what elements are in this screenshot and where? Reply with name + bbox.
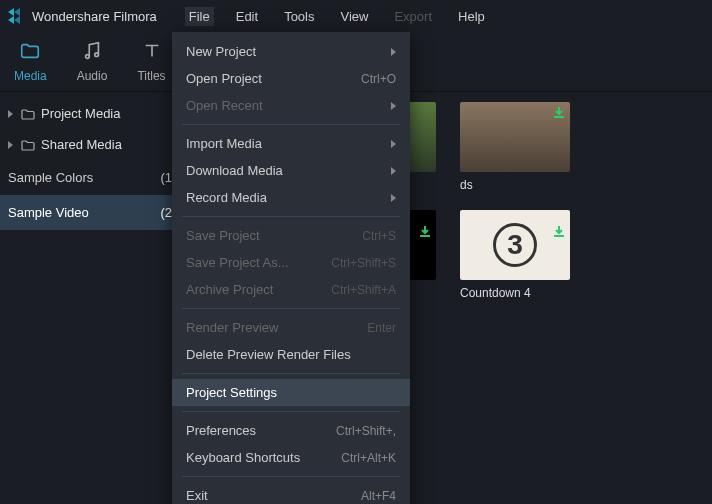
menu-shortcut: Enter [367, 321, 396, 335]
menu-item-label: Keyboard Shortcuts [186, 450, 300, 465]
chevron-right-icon [391, 48, 396, 56]
sidebar-item-label: Sample Video [8, 205, 89, 220]
menu-item-save-project: Save ProjectCtrl+S [172, 222, 410, 249]
menu-separator [182, 373, 400, 374]
menu-item-keyboard-shortcuts[interactable]: Keyboard ShortcutsCtrl+Alt+K [172, 444, 410, 471]
menu-shortcut: Ctrl+Shift+A [331, 283, 396, 297]
menu-view[interactable]: View [336, 7, 372, 26]
thumbnail[interactable]: 3Countdown 4 [460, 210, 570, 300]
audio-icon [81, 40, 103, 65]
download-icon [552, 214, 566, 228]
menu-item-exit[interactable]: ExitAlt+F4 [172, 482, 410, 504]
menu-item-label: Record Media [186, 190, 267, 205]
svg-point-0 [86, 55, 90, 59]
toolbar-titles[interactable]: Titles [131, 36, 171, 87]
chevron-right-icon [391, 194, 396, 202]
menu-shortcut: Ctrl+Shift+S [331, 256, 396, 270]
menu-item-label: Render Preview [186, 320, 279, 335]
sidebar-item[interactable]: Sample Video(2 [0, 195, 180, 230]
menu-shortcut: Ctrl+Alt+K [341, 451, 396, 465]
menu-item-import-media[interactable]: Import Media [172, 130, 410, 157]
menu-item-new-project[interactable]: New Project [172, 38, 410, 65]
chevron-right-icon [8, 110, 13, 118]
menu-item-label: Open Project [186, 71, 262, 86]
thumbnail-label: ds [460, 178, 570, 192]
folder-icon [21, 108, 35, 120]
menu-file[interactable]: File [185, 7, 214, 26]
menu-separator [182, 308, 400, 309]
menu-shortcut: Ctrl+Shift+, [336, 424, 396, 438]
sidebar-item[interactable]: Sample Colors(1 [0, 160, 180, 195]
app-title: Wondershare Filmora [32, 9, 157, 24]
menu-item-label: Save Project [186, 228, 260, 243]
menu-shortcut: Ctrl+S [362, 229, 396, 243]
menu-item-preferences[interactable]: PreferencesCtrl+Shift+, [172, 417, 410, 444]
menu-help[interactable]: Help [454, 7, 489, 26]
sidebar-item-count: (2 [160, 205, 172, 220]
file-menu-dropdown: New ProjectOpen ProjectCtrl+OOpen Recent… [172, 32, 410, 504]
menu-edit[interactable]: Edit [232, 7, 262, 26]
toolbar-audio[interactable]: Audio [71, 36, 114, 87]
chevron-right-icon [391, 167, 396, 175]
chevron-right-icon [8, 141, 13, 149]
toolbar-label: Titles [137, 69, 165, 83]
sidebar-group-label: Project Media [41, 106, 120, 121]
menu-item-label: Open Recent [186, 98, 263, 113]
menu-item-label: Import Media [186, 136, 262, 151]
menu-item-delete-preview-render-files[interactable]: Delete Preview Render Files [172, 341, 410, 368]
menu-tools[interactable]: Tools [280, 7, 318, 26]
thumbnail[interactable]: ds [460, 102, 570, 192]
menu-item-label: New Project [186, 44, 256, 59]
toolbar-media[interactable]: Media [8, 36, 53, 87]
menu-item-project-settings[interactable]: Project Settings [172, 379, 410, 406]
menu-item-label: Archive Project [186, 282, 273, 297]
svg-point-1 [95, 53, 99, 57]
menu-item-archive-project: Archive ProjectCtrl+Shift+A [172, 276, 410, 303]
menubar: FileEditToolsViewExportHelp [185, 7, 489, 26]
menu-separator [182, 476, 400, 477]
menu-shortcut: Ctrl+O [361, 72, 396, 86]
menu-export[interactable]: Export [390, 7, 436, 26]
menu-separator [182, 124, 400, 125]
sidebar-group[interactable]: Project Media [0, 98, 180, 129]
menu-item-render-preview: Render PreviewEnter [172, 314, 410, 341]
download-icon [418, 214, 432, 228]
toolbar-label: Media [14, 69, 47, 83]
sidebar-item-label: Sample Colors [8, 170, 93, 185]
menu-item-open-project[interactable]: Open ProjectCtrl+O [172, 65, 410, 92]
chevron-right-icon [391, 140, 396, 148]
toolbar-label: Audio [77, 69, 108, 83]
menu-item-save-project-as: Save Project As...Ctrl+Shift+S [172, 249, 410, 276]
menu-separator [182, 216, 400, 217]
menu-separator [182, 411, 400, 412]
menu-item-record-media[interactable]: Record Media [172, 184, 410, 211]
app-logo [8, 8, 24, 24]
sidebar-group-label: Shared Media [41, 137, 122, 152]
media-icon [19, 40, 41, 65]
menu-shortcut: Alt+F4 [361, 489, 396, 503]
chevron-right-icon [391, 102, 396, 110]
menu-item-label: Delete Preview Render Files [186, 347, 351, 362]
menu-item-label: Download Media [186, 163, 283, 178]
menu-item-label: Project Settings [186, 385, 277, 400]
thumbnail-label: Countdown 4 [460, 286, 570, 300]
download-icon [552, 106, 566, 120]
menu-item-download-media[interactable]: Download Media [172, 157, 410, 184]
menu-item-label: Exit [186, 488, 208, 503]
titles-icon [141, 40, 163, 65]
sidebar-group[interactable]: Shared Media [0, 129, 180, 160]
sidebar-item-count: (1 [160, 170, 172, 185]
menu-item-label: Preferences [186, 423, 256, 438]
folder-icon [21, 139, 35, 151]
menu-item-open-recent: Open Recent [172, 92, 410, 119]
menu-item-label: Save Project As... [186, 255, 289, 270]
sidebar: Project MediaShared Media Sample Colors(… [0, 92, 180, 504]
titlebar: Wondershare Filmora FileEditToolsViewExp… [0, 0, 712, 32]
